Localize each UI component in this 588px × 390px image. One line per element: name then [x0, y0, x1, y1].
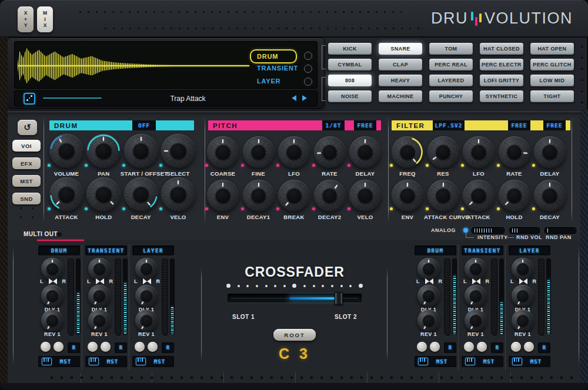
- category-noise[interactable]: NOISE: [328, 90, 372, 102]
- channel-reverb-knob[interactable]: [88, 310, 111, 332]
- route-button[interactable]: R: [115, 342, 127, 353]
- filter-sync-badge-1[interactable]: FREE: [508, 120, 530, 130]
- rnd-pan-slider[interactable]: [543, 226, 577, 235]
- output-select[interactable]: MST: [475, 359, 503, 365]
- knob-velo[interactable]: VELO: [161, 177, 195, 211]
- solo-button[interactable]: [430, 342, 440, 352]
- keyboard-icon[interactable]: [465, 358, 475, 365]
- channel-reverb-knob[interactable]: [512, 310, 534, 332]
- knob-filter-hold[interactable]: HOLD: [499, 180, 530, 211]
- category-perc-real[interactable]: PERC REAL: [429, 59, 473, 70]
- root-button[interactable]: ROOT: [273, 329, 316, 341]
- route-button[interactable]: R: [538, 342, 550, 353]
- category-machine[interactable]: MACHINE: [379, 90, 422, 102]
- filter-type-badge[interactable]: LPF.SV2: [433, 120, 465, 130]
- route-button[interactable]: R: [68, 342, 80, 353]
- channel-delay-knob[interactable]: [465, 285, 487, 307]
- pitch-sync-badge[interactable]: FREE: [354, 120, 376, 130]
- knob-start-offset[interactable]: START / OFFSET: [124, 134, 158, 168]
- knob-res[interactable]: RES: [427, 136, 459, 168]
- knob-break[interactable]: BREAK: [278, 180, 310, 211]
- keyboard-icon[interactable]: [418, 358, 428, 365]
- knob-filter-rate[interactable]: RATE: [499, 136, 530, 168]
- drum-off-badge[interactable]: OFF: [132, 120, 156, 130]
- mute-button[interactable]: [511, 342, 521, 352]
- category-perc-electr[interactable]: PERC ELECTR: [480, 59, 523, 70]
- mix-mode-button[interactable]: M I X: [37, 6, 53, 32]
- pitch-rate-badge[interactable]: 1/8T: [322, 120, 345, 130]
- multi-out-led[interactable]: [57, 233, 62, 237]
- crossfader-handle[interactable]: [335, 292, 343, 304]
- category-cymbal[interactable]: CYMBAL: [328, 59, 372, 70]
- category-808[interactable]: 808: [328, 75, 372, 86]
- channel-delay-knob[interactable]: [135, 285, 158, 307]
- channel-delay-knob[interactable]: [41, 285, 64, 307]
- knob-attack[interactable]: ATTACK: [49, 177, 83, 211]
- keyboard-icon[interactable]: [89, 358, 99, 365]
- xy-mode-button[interactable]: X + Y: [18, 6, 34, 32]
- route-button[interactable]: R: [444, 342, 456, 353]
- tab-transient-radio[interactable]: [304, 65, 312, 73]
- channel-reverb-knob[interactable]: [465, 310, 487, 332]
- preset-name[interactable]: Trap Attack: [91, 91, 285, 106]
- channel-delay-knob[interactable]: [417, 285, 440, 307]
- next-preset-icon[interactable]: [302, 95, 307, 101]
- solo-button[interactable]: [54, 342, 64, 352]
- output-select[interactable]: MST: [428, 359, 456, 365]
- knob-pitch-delay[interactable]: DELAY: [349, 136, 381, 168]
- solo-button[interactable]: [148, 342, 158, 352]
- keyboard-icon[interactable]: [136, 358, 146, 365]
- knob-filter-delay[interactable]: DELAY: [534, 136, 566, 168]
- mute-button[interactable]: [135, 342, 145, 352]
- mute-button[interactable]: [88, 342, 98, 352]
- crossfader-slider[interactable]: [228, 294, 362, 302]
- knob-select[interactable]: SELECT: [161, 134, 195, 168]
- channel-reverb-knob[interactable]: [417, 310, 440, 332]
- channel-delay-knob[interactable]: [88, 285, 111, 307]
- channel-volume-knob[interactable]: [512, 258, 534, 280]
- keyboard-icon[interactable]: [42, 358, 52, 365]
- channel-volume-knob[interactable]: [41, 258, 64, 280]
- channel-volume-knob[interactable]: [465, 258, 487, 280]
- knob-filter-attack[interactable]: ATTACK: [463, 180, 495, 211]
- category-clap[interactable]: CLAP: [379, 59, 422, 70]
- category-low-mid[interactable]: LOW MID: [530, 75, 574, 86]
- tab-transient[interactable]: TRANSIENT: [250, 62, 304, 74]
- output-select[interactable]: MST: [52, 359, 79, 365]
- knob-attack-curve[interactable]: ATTACK CURVE: [427, 180, 459, 211]
- sidebar-item-snd[interactable]: SND: [12, 193, 41, 204]
- reset-button[interactable]: ↺: [18, 120, 37, 135]
- keyboard-icon[interactable]: [512, 358, 522, 365]
- knob-pitch-env[interactable]: ENV: [207, 180, 239, 211]
- knob-filter-decay[interactable]: DECAY: [534, 180, 566, 211]
- category-tight[interactable]: TIGHT: [530, 90, 574, 102]
- intensity-slider[interactable]: [470, 226, 506, 235]
- channel-reverb-knob[interactable]: [41, 310, 64, 332]
- category-layered[interactable]: LAYERED: [429, 75, 473, 86]
- knob-pitch-velo[interactable]: VELO: [349, 180, 381, 211]
- output-select[interactable]: MST: [146, 359, 173, 365]
- knob-decay[interactable]: DECAY: [124, 177, 158, 211]
- randomize-icon[interactable]: [24, 93, 35, 105]
- solo-button[interactable]: [101, 342, 111, 352]
- knob-coarse[interactable]: COARSE: [207, 136, 239, 168]
- channel-delay-knob[interactable]: [512, 285, 534, 307]
- solo-button[interactable]: [477, 342, 487, 352]
- category-synthetic[interactable]: SYNTHETIC: [480, 90, 523, 102]
- solo-button[interactable]: [524, 342, 534, 352]
- category-heavy[interactable]: HEAVY: [379, 75, 422, 86]
- tab-drum[interactable]: DRUM: [250, 49, 297, 63]
- route-button[interactable]: R: [162, 342, 174, 353]
- category-punchy[interactable]: PUNCHY: [429, 90, 473, 102]
- knob-volume[interactable]: VOLUME: [49, 134, 83, 168]
- tab-layer[interactable]: LAYER: [250, 75, 295, 87]
- analog-led[interactable]: [463, 228, 468, 233]
- sidebar-item-efx[interactable]: EFX: [12, 157, 41, 169]
- filter-sync-badge-2[interactable]: FREE: [543, 120, 566, 130]
- knob-filter-env[interactable]: ENV: [392, 180, 423, 211]
- category-tom[interactable]: TOM: [429, 43, 473, 55]
- knob-decay2[interactable]: DECAY2: [314, 180, 346, 211]
- tab-drum-radio[interactable]: [304, 52, 312, 60]
- tab-layer-radio[interactable]: [304, 78, 312, 86]
- category-snare[interactable]: SNARE: [379, 43, 422, 55]
